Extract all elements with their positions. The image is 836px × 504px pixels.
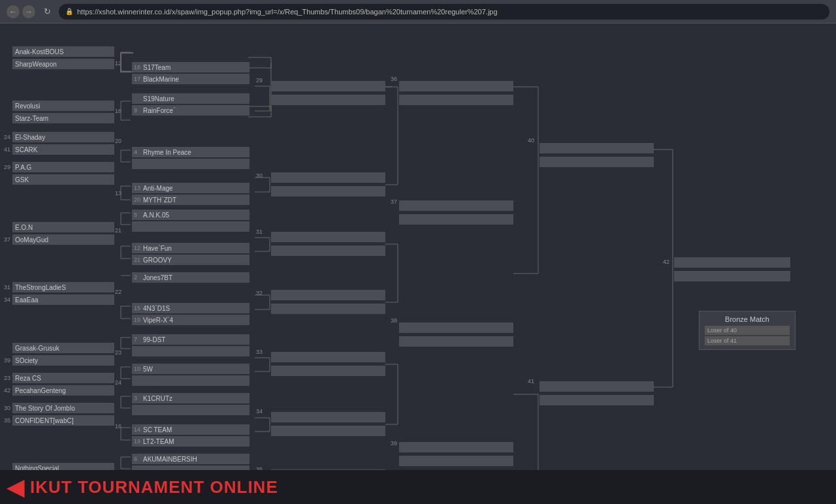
match-label: 21 (115, 227, 121, 234)
team-seed: 30 (0, 405, 10, 411)
team-entry: 41 SCARK (0, 144, 114, 155)
round1-match-box: 5 A.N.K.05 (132, 210, 249, 232)
team-entry: Starz-Team (0, 113, 114, 123)
r3-match-box (399, 214, 513, 225)
team-entry: 30 The Story Of Jomblo (0, 403, 114, 413)
url-text: https://xshot.winnerinter.co.id/x/spaw/i… (77, 8, 498, 16)
r2-match-box (271, 81, 385, 91)
team-entry: 39 SOciety (0, 355, 114, 366)
match-label: 24 (115, 379, 121, 386)
round1-match-box: 16 S17Team 17 BlackMarine (132, 62, 249, 84)
team-name: Grasak-Grusuk (12, 343, 114, 353)
team-name: TheStrongLadieS (12, 282, 114, 292)
team-name: The Story Of Jomblo (12, 403, 114, 413)
match-num-36: 36 (391, 76, 397, 82)
r3-match-box (399, 81, 513, 91)
bracket-line (120, 52, 133, 54)
team-entry: Grasak-Grusuk (0, 343, 114, 353)
main-content: Anak-KostBOUS SharpWeapon 12 Revolusi St… (0, 24, 836, 504)
round1-match-box: 14 SC TEAM 19 LT2-TEAM (132, 424, 249, 447)
r2-match-box (271, 366, 385, 376)
bracket-line (120, 71, 133, 72)
browser-chrome: ← → ↻ 🔒 https://xshot.winnerinter.co.id/… (0, 0, 836, 24)
r2-match-box (271, 95, 385, 105)
round1-match-box: 2 Jones7BT (132, 272, 249, 284)
team-entry: Anak-KostBOUS (0, 46, 114, 57)
sf-match-box (539, 143, 654, 153)
final-match-box (674, 257, 790, 268)
team-seed: 42 (0, 387, 10, 394)
team-seed: 35 (0, 417, 10, 424)
team-seed: 41 (0, 146, 10, 153)
r3-match-box (399, 200, 513, 211)
final-match-box (674, 271, 790, 281)
team-entry: 31 TheStrongLadieS (0, 282, 114, 292)
team-name: EaaEaa (12, 294, 114, 305)
r2-match-box (271, 245, 385, 256)
forward-button[interactable]: → (22, 5, 35, 18)
team-name: SharpWeapon (12, 59, 114, 69)
match-num-42: 42 (663, 259, 669, 265)
team-name: PecahanGenteng (12, 385, 114, 396)
team-name: Anak-KostBOUS (12, 46, 114, 57)
team-seed: 39 (0, 357, 10, 364)
team-entry: E.O.N (0, 222, 114, 232)
team-name: Revolusi (12, 101, 114, 111)
round1-match-rhyme: 4 Rhyme In Peace (132, 147, 249, 169)
team-seed: 29 (0, 164, 10, 170)
r2-match-box (271, 172, 385, 183)
team-name: E.O.N (12, 222, 114, 232)
reload-button[interactable]: ↻ (40, 5, 54, 18)
bronze-match-container: Bronze Match Loser of 40 Loser of 41 (699, 311, 796, 350)
match-num-38: 38 (391, 317, 397, 324)
match-label: 22 (115, 289, 121, 295)
team-seed: 34 (0, 296, 10, 303)
match-label: 13 (115, 190, 121, 197)
team-name: P.A.G (12, 162, 114, 172)
bottom-banner: ◀ IKUT TOURNAMENT ONLINE (0, 470, 836, 504)
team-entry: 35 CONFIDENT[wabC] (0, 415, 114, 426)
match-num-37: 37 (391, 198, 397, 205)
team-seed: 37 (0, 236, 10, 243)
team-name: SCARK (12, 144, 114, 155)
r3-match-box (399, 456, 513, 466)
match-num-29: 29 (256, 77, 263, 84)
team-entry: SharpWeapon (0, 59, 114, 69)
bracket-line (120, 52, 121, 72)
team-entry: 34 EaaEaa (0, 294, 114, 305)
r2-match-box (271, 290, 385, 300)
team-name: Starz-Team (12, 113, 114, 123)
round1-match-box: 3 K1CRUTz (132, 393, 249, 415)
sf-match-box (539, 157, 654, 167)
match-label: 20 (115, 138, 121, 144)
team-name: Reza CS (12, 373, 114, 383)
match-num-41: 41 (528, 378, 534, 385)
sf-match-box (539, 395, 654, 405)
match-label: 23 (115, 349, 121, 356)
lock-icon: 🔒 (65, 8, 73, 15)
team-entry: GSK (0, 174, 114, 185)
address-bar[interactable]: 🔒 https://xshot.winnerinter.co.id/x/spaw… (59, 4, 829, 20)
round1-match-box: 13 Anti-Mage 20 MYTH`ZDT (132, 183, 249, 205)
team-name: GSK (12, 174, 114, 185)
team-entry: Revolusi (0, 101, 114, 111)
r3-match-box (399, 323, 513, 333)
back-button[interactable]: ← (7, 5, 20, 18)
team-entry: 29 P.A.G (0, 162, 114, 172)
match-num-34: 34 (256, 408, 263, 415)
bronze-slot-1: Loser of 40 (705, 326, 790, 335)
match-num-31: 31 (256, 228, 263, 235)
team-name: CONFIDENT[wabC] (12, 415, 114, 426)
team-name: OoMayGud (12, 234, 114, 245)
r3-match-box (399, 442, 513, 452)
match-label: 16 (115, 423, 121, 430)
team-entry: 42 PecahanGenteng (0, 385, 114, 396)
team-entry: 23 Reza CS (0, 373, 114, 383)
r2-match-box (271, 426, 385, 436)
round1-match-box: 15 4N3`D1S 19 VipeR-X`4 (132, 303, 249, 325)
team-entry: 37 OoMayGud (0, 234, 114, 245)
r2-match-box (271, 304, 385, 314)
team-name: SOciety (12, 355, 114, 366)
match-label: 18 (115, 108, 121, 114)
r3-match-box (399, 95, 513, 105)
